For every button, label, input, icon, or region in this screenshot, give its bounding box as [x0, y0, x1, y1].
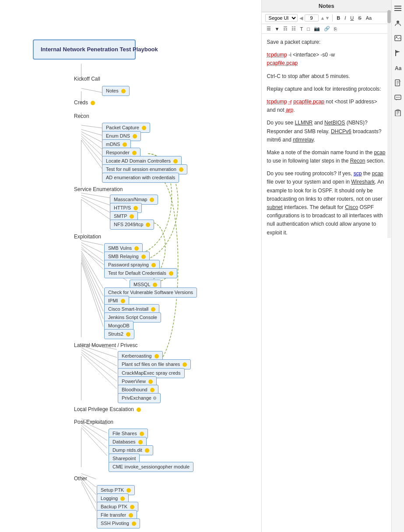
sidebar-icon-document[interactable] — [393, 78, 403, 88]
node-ssh-pivoting[interactable]: SSH Pivoting — [97, 518, 140, 528]
sidebar-icon-menu[interactable] — [393, 4, 403, 13]
svg-line-14 — [81, 197, 114, 215]
svg-rect-48 — [394, 6, 401, 7]
align-center-button[interactable]: ☶ — [282, 25, 289, 32]
svg-line-23 — [81, 253, 103, 296]
note-para-6: Do you see routing protocols? If yes, sc… — [267, 170, 386, 237]
sidebar-icon-clipboard[interactable] — [393, 108, 403, 117]
section-kickoff[interactable]: Kickoff Call — [71, 74, 103, 84]
node-nfs[interactable]: NFS 2049/tcp — [110, 220, 154, 230]
svg-point-51 — [397, 21, 399, 23]
svg-line-19 — [81, 245, 103, 261]
section-local-priv[interactable]: Local Privilege Escalation — [71, 405, 144, 414]
case-button[interactable]: Aa — [365, 15, 373, 21]
notes-title: Notes — [262, 0, 391, 12]
node-cme-invoke[interactable]: CME invoke_sessiongopher module — [109, 462, 193, 472]
svg-point-63 — [399, 97, 400, 98]
node-ad-enum[interactable]: AD enumeration with credentials — [102, 173, 179, 183]
notes-content-area: Save a packet capture: tcpdump -i <inter… — [262, 34, 391, 532]
svg-line-32 — [81, 350, 117, 373]
section-recon[interactable]: Recon — [71, 112, 92, 121]
svg-line-26 — [81, 259, 103, 319]
section-service-enum[interactable]: Service Enumeration — [71, 185, 125, 194]
note-para-5: Make a note of the domain name found in … — [267, 149, 386, 165]
svg-line-22 — [81, 251, 103, 288]
svg-line-46 — [81, 480, 96, 503]
svg-point-53 — [396, 36, 397, 38]
right-sidebar: Aa — [391, 0, 404, 532]
note-para-1: Save a packet capture: — [267, 38, 386, 46]
sidebar-icon-image[interactable] — [393, 33, 403, 43]
image-button[interactable]: 📷 — [313, 25, 321, 32]
note-code-2: tcpdump -r pcapfile.pcap not <host IP ad… — [267, 98, 386, 114]
bold-button[interactable]: B — [335, 15, 341, 21]
node-struts2[interactable]: Struts2 — [104, 329, 134, 339]
svg-rect-50 — [394, 10, 401, 11]
svg-line-27 — [81, 262, 103, 326]
svg-line-33 — [81, 352, 117, 381]
sidebar-icon-flag[interactable] — [393, 48, 403, 58]
note-para-4: Do you see LLMNR and NetBIOS (NBNS)? Res… — [267, 119, 386, 144]
svg-text:Aa: Aa — [395, 65, 401, 71]
font-family-select[interactable]: Segoe UI — [265, 14, 298, 22]
node-default-creds[interactable]: Test for Default Credentials — [104, 268, 177, 278]
section-creds[interactable]: Creds — [71, 98, 98, 107]
mindmap-panel: Internal Network Penetration Test Playbo… — [0, 0, 262, 532]
table-button[interactable]: ⎘ — [333, 26, 338, 32]
note-code-1: tcpdump -i <interface> -s0 -w pcapfile.p… — [267, 51, 386, 67]
notes-toolbar-row1: Segoe UI ◀ ▲▼ B I U S Aa — [262, 12, 391, 24]
svg-point-61 — [396, 97, 397, 98]
svg-line-15 — [81, 199, 114, 222]
svg-line-40 — [81, 425, 107, 448]
svg-line-20 — [81, 247, 103, 269]
strikethrough-button[interactable]: S — [357, 15, 362, 21]
italic-button[interactable]: I — [343, 15, 347, 21]
svg-line-31 — [81, 348, 117, 366]
section-other[interactable]: Other — [71, 474, 90, 483]
underline-button[interactable]: U — [349, 15, 355, 21]
notes-toolbar-row2: ☰ ▼ ☶ ☷ T □ 📷 🔗 ⎘ — [262, 24, 391, 34]
svg-line-34 — [81, 354, 117, 389]
notes-scrollbar[interactable] — [387, 10, 391, 238]
section-lateral[interactable]: Lateral Movement / Privesc — [71, 341, 140, 350]
svg-line-24 — [81, 255, 103, 304]
svg-line-13 — [81, 195, 114, 206]
align-right-button[interactable]: ☷ — [290, 25, 297, 32]
align-left-button[interactable]: ☰ — [265, 25, 272, 32]
font-size-input[interactable] — [305, 14, 319, 21]
root-node: Internal Network Penetration Test Playbo… — [33, 39, 136, 60]
svg-line-25 — [81, 257, 103, 311]
link-button[interactable]: 🔗 — [323, 25, 331, 32]
sidebar-icon-text[interactable]: Aa — [393, 63, 403, 73]
sidebar-icon-person[interactable] — [393, 18, 403, 28]
indent-button[interactable]: T — [299, 26, 304, 32]
svg-point-62 — [397, 97, 398, 98]
scrollbar-thumb[interactable] — [387, 10, 391, 23]
note-para-2: Ctrl-C to stop after about 5 minutes. — [267, 72, 386, 81]
svg-line-18 — [81, 243, 103, 253]
node-privexchange[interactable]: PrivExchange ⚙ — [118, 393, 161, 403]
notes-panel: Notes Segoe UI ◀ ▲▼ B I U S Aa ☰ ▼ ☶ ☷ T… — [262, 0, 391, 532]
sidebar-icon-comment[interactable] — [393, 93, 403, 103]
node-notes[interactable]: Notes — [102, 86, 130, 96]
svg-line-41 — [81, 427, 107, 456]
dropdown-button[interactable]: ▼ — [274, 26, 281, 32]
outdent-button[interactable]: □ — [306, 26, 311, 32]
section-exploitation[interactable]: Exploitation — [71, 232, 104, 241]
section-post-exploit[interactable]: Post-Exploitation — [71, 418, 116, 427]
note-para-3: Replay capture and look for interesting … — [267, 85, 386, 93]
svg-rect-49 — [394, 8, 401, 9]
svg-line-47 — [81, 482, 96, 511]
